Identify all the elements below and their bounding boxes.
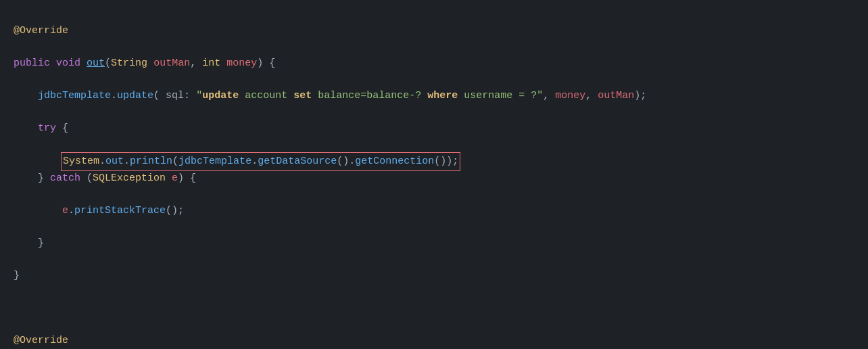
type-sqlexception-1: SQLException bbox=[93, 172, 166, 184]
param-outman: outMan bbox=[153, 57, 190, 69]
jdbctemplate-update-1: jdbcTemplate bbox=[38, 90, 111, 101]
line-8: } bbox=[14, 235, 854, 252]
param-outman-ref-1: outMan bbox=[598, 90, 634, 101]
kw-try-1: try bbox=[38, 122, 56, 134]
sql-string-1: "update account set balance=balance-? wh… bbox=[196, 90, 543, 101]
line-4: try { bbox=[14, 120, 854, 137]
line-7: e.printStackTrace(); bbox=[14, 203, 854, 219]
type-string-1: String bbox=[111, 57, 147, 69]
kw-void-1: void bbox=[56, 57, 80, 69]
line-3: jdbcTemplate.update( sql: "update accoun… bbox=[14, 88, 854, 104]
method-out: out bbox=[87, 57, 105, 69]
code-editor: @Override public void out(String outMan,… bbox=[14, 7, 854, 349]
param-e-ref-1: e bbox=[62, 205, 68, 216]
getdatasource-1: getDataSource bbox=[258, 156, 337, 167]
line-11: @Override bbox=[14, 333, 854, 349]
highlight-system-out-1: System.out.println(jdbcTemplate.getDataS… bbox=[61, 152, 460, 171]
method-out-ref-1: out bbox=[105, 156, 124, 167]
param-e-1: e bbox=[172, 172, 178, 184]
method-printstacktrace-1: printStackTrace bbox=[74, 205, 166, 216]
type-int-1: int bbox=[202, 57, 220, 69]
annotation-override-2: @Override bbox=[14, 335, 68, 346]
line-1: @Override bbox=[14, 23, 854, 39]
kw-public-1: public bbox=[14, 57, 50, 69]
param-money-ref-1: money bbox=[555, 90, 585, 101]
kw-catch-1: catch bbox=[50, 172, 80, 184]
annotation-override-1: @Override bbox=[14, 25, 68, 37]
line-2: public void out(String outMan, int money… bbox=[14, 55, 854, 72]
type-system-1: System bbox=[63, 156, 99, 167]
line-10 bbox=[14, 300, 854, 317]
update-call-1: update bbox=[117, 90, 153, 101]
method-println-1: println bbox=[130, 156, 172, 167]
line-9: } bbox=[14, 268, 854, 284]
line-6: } catch (SQLException e) { bbox=[14, 170, 854, 187]
jdbctemplate-ref-1: jdbcTemplate bbox=[178, 156, 251, 167]
param-money-1: money bbox=[226, 57, 257, 69]
getconnection-1: getConnection bbox=[355, 156, 434, 167]
line-5: System.out.println(jdbcTemplate.getDataS… bbox=[14, 153, 854, 349]
